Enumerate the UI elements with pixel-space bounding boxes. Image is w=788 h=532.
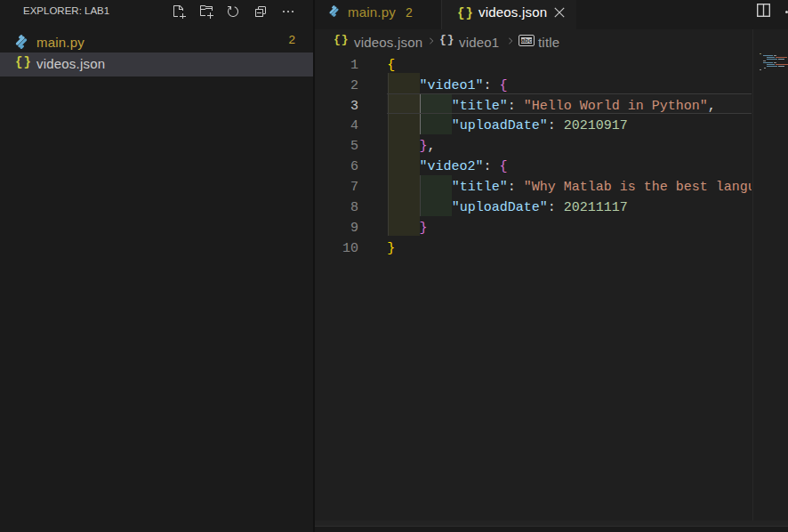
svg-text:abc: abc: [521, 37, 532, 44]
